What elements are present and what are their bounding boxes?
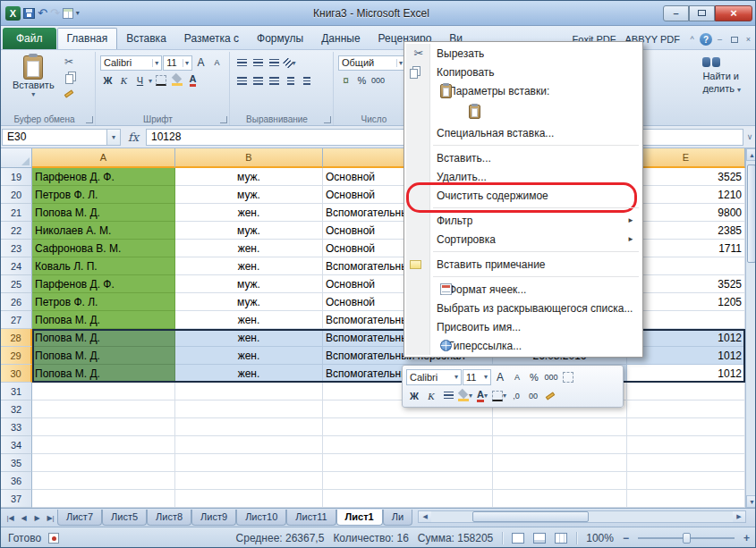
cell-A27[interactable]: Попова М. Д. <box>32 311 175 329</box>
tab-Разметка с[interactable]: Разметка с <box>175 28 248 49</box>
cell-A36[interactable] <box>32 472 175 490</box>
cell-A33[interactable] <box>32 418 175 436</box>
mini-bold-button[interactable]: Ж <box>406 388 422 404</box>
cell-B29[interactable]: жен. <box>175 347 323 365</box>
underline-dropdown-icon[interactable]: ▾ <box>149 77 152 85</box>
row-header-27[interactable]: 27 <box>1 311 32 329</box>
cell-A31[interactable] <box>32 383 175 400</box>
menu-item-copy[interactable]: Копировать <box>406 63 641 81</box>
scroll-up-icon[interactable]: ▲ <box>746 148 756 161</box>
cell-E25[interactable]: 3525 <box>627 275 745 293</box>
cell-E20[interactable]: 1210 <box>627 186 745 204</box>
cell-C35[interactable] <box>323 454 493 472</box>
menu-item-sort[interactable]: Сортировка► <box>406 230 641 249</box>
cell-A35[interactable] <box>32 454 175 472</box>
copy-button[interactable] <box>62 70 77 85</box>
paste-dropdown-icon[interactable]: ▾ <box>31 90 35 98</box>
cell-A34[interactable] <box>32 436 175 454</box>
cell-B20[interactable]: муж. <box>175 186 323 204</box>
bold-button[interactable]: Ж <box>100 73 115 89</box>
last-sheet-icon[interactable]: ▶| <box>44 510 57 525</box>
cell-A30[interactable]: Попова М. Д. <box>32 365 175 383</box>
cell-A32[interactable] <box>32 400 175 418</box>
align-middle-button[interactable] <box>251 55 266 71</box>
page-break-view-icon[interactable] <box>555 533 567 544</box>
menu-item-paste-special[interactable]: Специальная вставка... <box>406 123 641 142</box>
sheet-tab-Лист8[interactable]: Лист8 <box>147 510 191 526</box>
expand-formula-bar-icon[interactable]: ∨ <box>743 132 756 141</box>
menu-item-hyperlink[interactable]: Гиперссылка... <box>406 336 641 355</box>
zoom-slider-thumb[interactable] <box>683 533 691 544</box>
italic-button[interactable]: К <box>116 73 132 89</box>
mini-font-color-button[interactable]: А▾ <box>474 388 490 404</box>
mini-increase-decimal-button[interactable]: ,0 <box>508 388 524 404</box>
mini-borders-button[interactable]: ▾ <box>491 388 507 404</box>
cell-B31[interactable] <box>175 383 323 400</box>
cell-A26[interactable]: Петров Ф. Л. <box>32 293 175 311</box>
horizontal-scroll-thumb[interactable] <box>472 511 589 522</box>
mini-format-painter-button[interactable] <box>542 388 558 404</box>
mini-table-button[interactable] <box>560 369 576 385</box>
row-header-20[interactable]: 20 <box>1 186 32 204</box>
scroll-down-icon[interactable]: ▼ <box>746 495 756 508</box>
mini-font-name-combo[interactable]: Calibri▾ <box>406 369 462 385</box>
zoom-out-icon[interactable]: − <box>623 532 629 544</box>
menu-item-insert-cells[interactable]: Вставить... <box>406 148 641 167</box>
help-icon[interactable]: ? <box>700 33 712 46</box>
close-button[interactable]: × <box>715 5 752 21</box>
cell-B27[interactable]: жен. <box>175 311 323 329</box>
undo-icon[interactable]: ↶ <box>38 7 47 19</box>
align-top-button[interactable] <box>234 55 250 71</box>
cell-E21[interactable]: 9800 <box>627 204 745 222</box>
column-header-A[interactable]: A <box>32 148 175 168</box>
vertical-scrollbar[interactable]: ▲ ▼ <box>745 148 756 508</box>
row-header-19[interactable]: 19 <box>1 168 32 186</box>
format-painter-button[interactable] <box>62 86 77 101</box>
row-header-23[interactable]: 23 <box>1 240 32 257</box>
zoom-slider[interactable] <box>638 537 735 539</box>
menu-item-clear-contents[interactable]: Очистить содержимое <box>406 186 641 205</box>
cell-E19[interactable]: 3525 <box>627 168 745 186</box>
cell-E22[interactable]: 2385 <box>627 222 745 240</box>
sheet-tab-Лист1[interactable]: Лист1 <box>336 510 383 526</box>
row-header-34[interactable]: 34 <box>1 436 32 454</box>
zoom-in-icon[interactable]: + <box>743 532 750 544</box>
number-format-combo[interactable]: Общий▾ <box>338 55 406 71</box>
cell-A19[interactable]: Парфенов Д. Ф. <box>32 168 175 186</box>
column-header-E[interactable]: E <box>627 148 745 168</box>
row-header-33[interactable]: 33 <box>1 418 32 436</box>
macro-record-icon[interactable] <box>48 533 59 544</box>
mini-shrink-font-button[interactable]: А <box>509 369 525 385</box>
cell-D37[interactable] <box>493 490 627 508</box>
menu-item-pick-from-list[interactable]: Выбрать из раскрывающегося списка... <box>406 299 641 317</box>
row-header-30[interactable]: 30 <box>1 365 32 383</box>
redo-icon[interactable]: ↷ <box>50 7 60 19</box>
orientation-button[interactable]: ▾ <box>283 55 298 71</box>
workbook-minimize-icon[interactable]: – <box>713 33 726 46</box>
cell-E23[interactable]: 1711 <box>627 240 745 257</box>
maximize-button[interactable] <box>689 5 715 21</box>
menu-item-format-cells[interactable]: Формат ячеек... <box>406 280 641 299</box>
name-box[interactable]: E30 <box>2 129 107 146</box>
mini-percent-button[interactable]: % <box>526 369 542 385</box>
row-header-32[interactable]: 32 <box>1 400 32 418</box>
scroll-right-icon[interactable]: ▶ <box>733 511 745 522</box>
cell-E30[interactable]: 1012 <box>627 365 745 383</box>
minimize-button[interactable]: – <box>663 5 689 21</box>
first-sheet-icon[interactable]: |◀ <box>4 510 17 525</box>
menu-item-insert-comment[interactable]: Вставить примечание <box>406 255 641 274</box>
row-header-29[interactable]: 29 <box>1 347 32 365</box>
menu-item-paste-option[interactable] <box>406 100 641 123</box>
cell-D34[interactable] <box>493 436 627 454</box>
cell-A23[interactable]: Сафронова В. М. <box>32 240 175 257</box>
minimize-ribbon-icon[interactable]: ^ <box>685 33 699 46</box>
grow-font-button[interactable]: А <box>193 55 208 71</box>
paste-button[interactable]: Вставить ▾ <box>7 54 60 101</box>
cell-E32[interactable] <box>627 400 745 418</box>
cell-B21[interactable]: жен. <box>175 204 323 222</box>
cell-E24[interactable] <box>627 257 745 275</box>
row-header-37[interactable]: 37 <box>1 490 32 508</box>
cell-E29[interactable]: 1012 <box>627 347 745 365</box>
cell-B28[interactable]: жен. <box>175 329 323 347</box>
cell-A29[interactable]: Попова М. Д. <box>32 347 175 365</box>
